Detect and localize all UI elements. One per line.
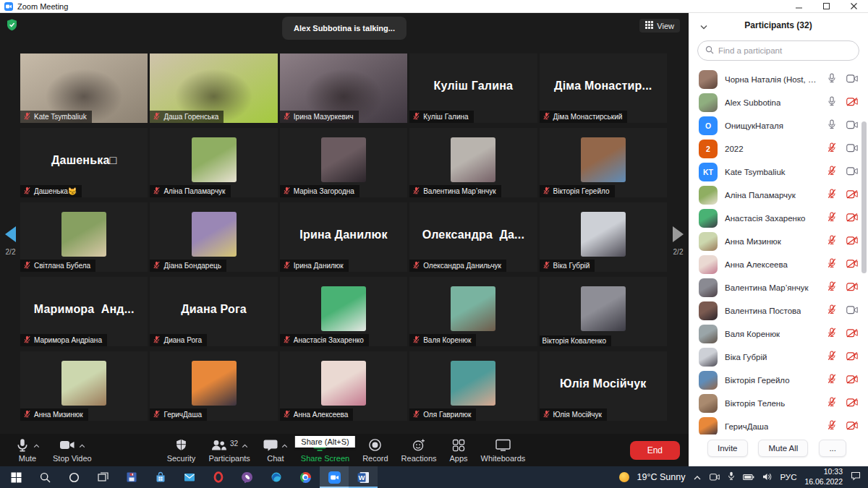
tray-chevron-up-icon[interactable] (693, 471, 702, 484)
video-tile[interactable]: Даша Горенська (150, 53, 277, 123)
video-tile[interactable]: Маримора Анд...Маримора Андріана (20, 277, 148, 346)
video-tile[interactable]: Ірина Мазуркевич (280, 53, 407, 123)
chevron-up-icon[interactable] (33, 441, 40, 450)
participant-row[interactable]: Alex Subbotina (689, 91, 868, 114)
mute-button[interactable]: Mute (9, 434, 46, 466)
taskbar-cortana-icon[interactable] (59, 466, 88, 488)
participant-row[interactable]: Анна Алексеева (689, 253, 868, 276)
participant-name: Валя Коренюк (423, 336, 471, 344)
next-page-button[interactable]: 2/2 (673, 226, 684, 256)
whiteboards-button[interactable]: Whiteboards (475, 434, 532, 466)
taskbar-search-icon[interactable] (30, 466, 59, 488)
tray-mic-icon[interactable] (728, 471, 735, 484)
participant-avatar (451, 361, 495, 406)
taskbar-zoom-icon[interactable] (320, 466, 349, 488)
tray-battery-icon[interactable] (743, 471, 754, 484)
weather-widget[interactable]: 19°C Sunny (637, 472, 686, 482)
video-tile[interactable]: Дашенька□Дашенька😼 (20, 128, 148, 197)
more-button[interactable]: ... (819, 440, 846, 457)
video-tile[interactable]: Віка Губрій (540, 202, 667, 272)
taskbar-opera-icon[interactable] (204, 466, 233, 488)
security-button[interactable]: Security (161, 434, 203, 466)
taskbar-store-icon[interactable] (146, 466, 175, 488)
video-tile[interactable]: Вікторія Коваленко (540, 277, 667, 346)
participant-row[interactable]: Анна Мизинюк (689, 230, 868, 253)
taskbar-word-icon[interactable]: W (349, 466, 378, 488)
video-tile[interactable]: Диана РогаДиана Рога (150, 277, 277, 346)
tray-speaker-icon[interactable] (762, 471, 772, 484)
chevron-down-icon[interactable] (700, 22, 707, 32)
taskbar-taskview-icon[interactable] (88, 466, 117, 488)
end-meeting-button[interactable]: End (630, 441, 680, 460)
participant-row[interactable]: Валентина Мар’янчук (689, 276, 868, 299)
chevron-up-icon[interactable] (281, 441, 288, 450)
video-tile[interactable]: Юлія МосійчукЮлія Мосійчук (540, 351, 667, 421)
video-tile[interactable]: Валя Коренюк (409, 277, 537, 346)
tray-camera-icon[interactable] (710, 471, 720, 484)
participant-avatar (451, 137, 495, 182)
video-tile[interactable]: Діана Бондарець (150, 202, 277, 272)
video-tile[interactable]: Ірина ДанилюкІрина Данилюк (280, 202, 407, 272)
taskbar-edge-icon[interactable] (262, 466, 291, 488)
participant-row[interactable]: OОнищукНаталя (689, 114, 868, 137)
language-indicator[interactable]: РУС (780, 473, 796, 481)
taskbar-clock[interactable]: 10:3316.06.2022 (804, 467, 843, 487)
chevron-up-icon[interactable] (79, 441, 85, 450)
video-tile[interactable]: Анна Мизинюк (20, 351, 148, 421)
reactions-button[interactable]: Reactions (395, 434, 443, 466)
taskbar-viber-icon[interactable] (233, 466, 262, 488)
security-shield-icon[interactable] (7, 19, 17, 34)
view-button[interactable]: View (639, 19, 680, 33)
participant-status-icons (827, 235, 858, 248)
taskbar-floppy-icon[interactable] (117, 466, 146, 488)
maximize-button[interactable] (813, 0, 841, 12)
participant-name-display: Олександра Да... (422, 228, 524, 241)
participant-search[interactable] (697, 40, 859, 61)
participant-row-name: Вікторія Герейло (725, 376, 790, 385)
video-tile[interactable]: Анастасія Захаренко (280, 277, 407, 346)
video-tile[interactable]: Валентина Мар’янчук (409, 128, 537, 197)
video-button[interactable]: Stop Video (46, 434, 98, 466)
video-tile[interactable]: Аліна Паламарчук (150, 128, 277, 197)
video-tile[interactable]: Світлана Бубела (20, 202, 148, 272)
participant-row[interactable]: KTKate Tsymbaliuk (689, 160, 868, 184)
video-tile[interactable]: Діма Монастир...Діма Монастирський (540, 53, 667, 123)
video-tile[interactable]: Kate Tsymbaliuk (20, 53, 148, 123)
notification-center-icon[interactable] (851, 471, 861, 484)
participant-row[interactable]: 22022 (689, 137, 868, 160)
chevron-up-icon[interactable] (242, 441, 248, 450)
video-tile[interactable]: Маріна Загородна (280, 128, 407, 197)
apps-button[interactable]: Apps (443, 434, 475, 466)
search-input[interactable] (718, 46, 851, 55)
video-tile[interactable]: Вікторія Герейло (540, 128, 667, 197)
participant-row[interactable]: ГеричДаша (689, 415, 868, 435)
participant-row[interactable]: Анастасія Захаренко (689, 207, 868, 230)
participant-status-icons (827, 351, 858, 364)
participant-row[interactable]: Валя Коренюк (689, 322, 868, 346)
video-tile[interactable]: ГеричДаша (150, 351, 277, 421)
share-button[interactable]: Share ScreenShare (Alt+S) (294, 434, 356, 466)
participant-row[interactable]: Віка Губрій (689, 346, 868, 369)
record-button[interactable]: Record (356, 434, 394, 466)
taskbar-mail-icon[interactable] (175, 466, 204, 488)
close-button[interactable] (841, 0, 868, 12)
participants-button[interactable]: 32Participants (202, 434, 256, 466)
video-tile[interactable]: Оля Гаврилюк (409, 351, 537, 421)
invite-button[interactable]: Invite (707, 440, 748, 457)
video-tile[interactable]: Олександра Да...Олександра Данильчук (409, 202, 537, 272)
chat-button[interactable]: Chat (257, 434, 294, 466)
taskbar-start-icon[interactable] (1, 466, 30, 488)
video-tile[interactable]: Куліш ГалинаКуліш Галина (409, 53, 537, 123)
prev-page-button[interactable]: 2/2 (5, 226, 16, 256)
mute-all-button[interactable]: Mute All (758, 440, 808, 457)
participant-name: Діана Бондарець (163, 262, 221, 270)
panel-scrollbar[interactable] (861, 121, 867, 273)
minimize-button[interactable] (786, 0, 813, 12)
video-tile[interactable]: Анна Алексеева (280, 351, 407, 421)
participant-row[interactable]: Валентина Постова (689, 299, 868, 322)
taskbar-chrome-icon[interactable] (291, 466, 320, 488)
participant-row[interactable]: Вікторія Герейло (689, 369, 868, 392)
participant-row[interactable]: Аліна Паламарчук (689, 184, 868, 207)
participant-row[interactable]: Чорна Наталія (Host, me) (689, 68, 868, 91)
participant-row[interactable]: Вікторія Телень (689, 392, 868, 415)
